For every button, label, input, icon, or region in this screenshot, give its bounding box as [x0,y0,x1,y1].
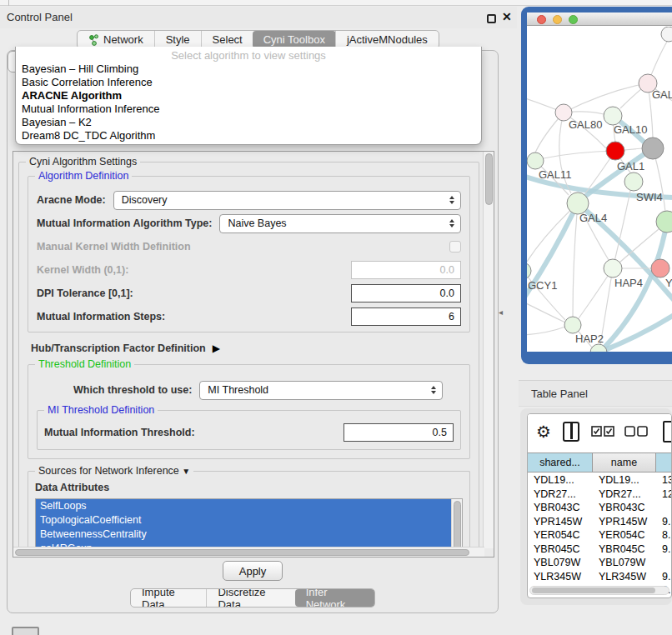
which-threshold-select[interactable]: MI Threshold [199,381,443,400]
table-header-row: shared...nameA [528,452,672,472]
network-window-titlebar[interactable] [527,12,672,26]
column-header-shared[interactable]: shared... [528,453,593,472]
attributes-scrollbar-thumb[interactable] [454,501,461,548]
cyni-algorithm-settings-group: Cyni Algorithm Settings Algorithm Defini… [18,162,479,548]
hub-definition-label: Hub/Transcription Factor Definition [31,342,206,354]
network-node-gal11[interactable] [527,152,544,169]
column-header-a[interactable]: A [656,453,672,472]
minimize-traffic-button[interactable] [553,15,562,24]
close-traffic-button[interactable] [537,15,546,24]
combo-stepper-icon [449,219,454,228]
algorithm-option-basic-correlation-inference[interactable]: Basic Correlation Inference [16,76,481,89]
network-node-gcy1[interactable] [527,262,531,279]
minimized-panel-icon[interactable] [12,627,39,635]
manual-kernel-checkbox[interactable] [449,241,461,252]
aracne-mode-select[interactable]: Discovery [113,191,461,210]
network-edge[interactable] [527,271,565,320]
network-edge[interactable] [613,191,630,268]
network-edge[interactable] [527,302,565,322]
tab-network-label: Network [103,33,143,46]
network-edge[interactable] [599,314,672,352]
document-icon[interactable] [663,421,672,442]
unchecked-pair-icon[interactable] [624,426,648,437]
table-row[interactable]: YBL079WYBL079W [528,556,672,570]
bottom-tab-discretize-data[interactable]: Discretize Data [206,589,295,607]
table-row[interactable]: YPR145WYPR145W9. [528,515,672,529]
hub-definition-section[interactable]: Hub/Transcription Factor Definition ▶ [31,342,470,354]
kernel-width-field[interactable] [351,261,461,279]
table-row[interactable]: YLR345WYLR345W9. [528,570,672,584]
network-edge[interactable] [573,203,578,317]
mi-steps-field[interactable] [351,308,461,326]
float-window-icon[interactable] [487,14,496,23]
gear-icon[interactable]: ⚙ [536,422,551,442]
collapse-arrow-icon[interactable]: ▼ [182,467,190,476]
column-header-name[interactable]: name [593,453,656,472]
data-attributes-list[interactable]: SelfLoopsTopologicalCoefficientBetweenne… [35,498,463,548]
network-edge[interactable] [544,151,615,158]
bottom-tab-impute-data[interactable]: Impute Data [131,589,206,607]
algorithm-option-bayesian-hill-climbing[interactable]: Bayesian – Hill Climbing [16,62,481,76]
network-edge[interactable] [564,85,639,112]
mi-threshold-group: MI Threshold Definition Mutual Informati… [37,410,461,450]
tab-style[interactable]: Style [154,31,201,48]
network-node[interactable] [642,138,664,159]
settings-horizontal-scrollbar[interactable] [13,547,484,557]
network-node-gal10[interactable] [604,107,622,125]
mi-threshold-field[interactable] [344,423,454,442]
algorithm-option-dream8-dc-tdc-algorithm[interactable]: Dream8 DC_TDC Algorithm [16,129,481,142]
algorithm-option-mutual-information-inference[interactable]: Mutual Information Inference [16,102,481,116]
mi-algorithm-type-select[interactable]: Naive Bayes [219,214,461,233]
tab-network[interactable]: Network [78,31,154,48]
table-panel-title: Table Panel [531,388,588,400]
network-node-y[interactable] [651,259,669,278]
attribute-item-betweennesscentrality[interactable]: BetweennessCentrality [36,528,451,542]
tab-select[interactable]: Select [201,31,253,48]
table-row[interactable]: YBR043CYBR043C [528,501,672,515]
bottom-tab-infer-network[interactable]: Infer Network [295,589,375,607]
split-columns-icon[interactable] [563,422,579,442]
algorithm-option-aracne-algorithm[interactable]: ARACNE Algorithm [16,89,481,102]
cyni-algorithm-settings-title: Cyni Algorithm Settings [26,156,140,168]
close-icon[interactable]: ✕ [502,10,512,23]
mi-threshold-row: Mutual Information Threshold: [44,422,454,442]
network-canvas[interactable]: GALGAL80GAL10GAL1GAL11SWI4GAL4GCY1HAP4YH… [527,27,672,352]
node-label-gal10: GAL10 [614,123,647,136]
tab-jactivemnodules[interactable]: jActiveMNodules [335,31,439,48]
node-label-gal: GAL [652,88,672,101]
checked-pair-icon[interactable] [591,426,614,437]
dpi-tolerance-field[interactable] [351,284,461,302]
table-cell: YPR145W [528,515,593,529]
bottom-tab-discretize-data-label: Discretize Data [218,588,284,608]
kernel-width-label: Kernel Width (0,1): [37,264,128,276]
attribute-item-selfloops[interactable]: SelfLoops [36,499,451,513]
algorithm-option-bayesian-k2[interactable]: Bayesian – K2 [16,116,481,129]
settings-vertical-scrollbar[interactable] [483,152,494,548]
network-node-hap2[interactable] [564,317,581,333]
table-row[interactable]: YDR27...YDR27...12 [528,488,672,502]
settings-horizontal-scrollbar-thumb[interactable] [15,549,469,556]
table-horizontal-scrollbar-thumb[interactable] [532,588,655,593]
network-edge[interactable] [527,327,565,335]
tab-cyni-toolbox[interactable]: Cyni Toolbox [253,31,336,48]
attribute-item-topologicalcoefficient[interactable]: TopologicalCoefficient [36,513,451,528]
splitpane-collapse-arrow-icon[interactable]: ◂ [499,308,503,317]
attributes-scrollbar[interactable] [451,499,462,548]
network-node[interactable] [661,27,672,42]
network-node-hap4[interactable] [604,259,622,278]
tab-jactivemnodules-label: jActiveMNodules [347,33,428,46]
network-icon [88,34,99,46]
table-row[interactable]: YBR045CYBR045C9. [528,542,672,557]
network-node[interactable] [624,172,643,191]
table-row[interactable]: YDL19...YDL19...13 [528,473,672,488]
table-horizontal-scrollbar[interactable] [529,586,669,595]
algorithm-dropdown-popup: Select algorithm to view settings Bayesi… [15,47,482,145]
network-node-gal1[interactable] [606,142,624,160]
settings-vertical-scrollbar-thumb[interactable] [485,153,493,205]
zoom-traffic-button[interactable] [569,15,578,24]
table-row[interactable]: YER054CYER054C8. [528,528,672,542]
which-threshold-label: Which threshold to use: [73,384,192,396]
expand-arrow-icon[interactable]: ▶ [213,342,220,354]
apply-button[interactable]: Apply [223,561,283,581]
settings-viewport: Cyni Algorithm Settings Algorithm Defini… [13,152,484,548]
